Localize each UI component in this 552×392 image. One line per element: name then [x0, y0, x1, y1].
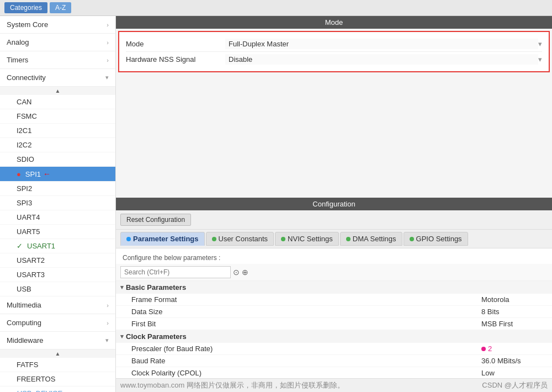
- chevron-down-icon: ▾: [105, 337, 109, 344]
- sidebar-item-can[interactable]: CAN: [0, 95, 115, 109]
- sidebar-item-usart3[interactable]: USART3: [0, 268, 115, 282]
- az-button[interactable]: A-Z: [50, 2, 71, 13]
- sidebar-item-sdio[interactable]: SDIO: [0, 152, 115, 167]
- sidebar-section-label: Timers: [7, 56, 28, 64]
- sidebar-item-i2c1[interactable]: I2C1: [0, 124, 115, 138]
- param-row-baud-rate: Baud Rate 36.0 MBits/s: [116, 355, 552, 367]
- main-layout: System Core › Analog › Timers › Connecti…: [0, 16, 552, 392]
- tab-parameter-settings[interactable]: Parameter Settings: [120, 232, 205, 246]
- chevron-right-icon: ›: [107, 57, 109, 63]
- top-bar: Categories A-Z: [0, 0, 552, 16]
- sidebar-item-i2c2[interactable]: I2C2: [0, 138, 115, 152]
- sidebar-item-usb[interactable]: USB: [0, 282, 115, 296]
- param-value: 8 Bits: [481, 308, 548, 316]
- nss-label: Hardware NSS Signal: [126, 55, 225, 63]
- chevron-down-icon: ▾: [105, 74, 109, 81]
- mode-header: Mode: [116, 16, 552, 29]
- nss-dropdown-btn[interactable]: ▾: [538, 55, 542, 63]
- param-content: Configure the below parameters : ⊙ ⊕ ▾ B…: [116, 248, 552, 378]
- mode-value: Full-Duplex Master: [225, 39, 538, 49]
- param-value-highlight: 2: [481, 345, 548, 353]
- highlight-dot-icon: [481, 347, 486, 351]
- mode-dropdown-btn[interactable]: ▾: [538, 40, 542, 48]
- chevron-right-icon: ›: [107, 39, 109, 46]
- scroll-up-btn-middleware[interactable]: ▲: [0, 349, 115, 358]
- sidebar-item-freertos[interactable]: FREERTOS: [0, 372, 115, 386]
- config-toolbar: Reset Configuration: [116, 210, 552, 230]
- search-options-button[interactable]: ⊕: [242, 268, 248, 277]
- tab-user-constants[interactable]: User Constants: [206, 232, 274, 246]
- sidebar-item-middleware[interactable]: Middleware ▾: [0, 332, 115, 349]
- config-header: Configuration: [116, 198, 552, 210]
- sidebar-item-multimedia[interactable]: Multimedia ›: [0, 296, 115, 314]
- param-row-cpol: Clock Polarity (CPOL) Low: [116, 367, 552, 378]
- arrow-red-icon: ←: [43, 169, 51, 178]
- sidebar-item-computing[interactable]: Computing ›: [0, 314, 115, 332]
- tab-label: NVIC Settings: [288, 235, 333, 243]
- basic-parameters-header[interactable]: ▾ Basic Parameters: [116, 281, 552, 294]
- sidebar-item-fatfs[interactable]: FATFS: [0, 358, 115, 372]
- sidebar-item-spi3[interactable]: SPI3: [0, 196, 115, 210]
- middleware-sub: ▲ FATFS FREERTOS USB_DEVICE: [0, 349, 115, 392]
- sidebar-section-label: Analog: [7, 38, 29, 46]
- mode-content: Mode Full-Duplex Master ▾ Hardware NSS S…: [118, 31, 550, 72]
- categories-button[interactable]: Categories: [4, 2, 47, 13]
- chevron-right-icon: ›: [107, 22, 109, 28]
- content-area: Mode Mode Full-Duplex Master ▾ Hardware …: [116, 16, 552, 392]
- param-name: Frame Format: [131, 295, 481, 304]
- sidebar-item-timers[interactable]: Timers ›: [0, 51, 115, 69]
- param-row-data-size: Data Size 8 Bits: [116, 306, 552, 318]
- tab-label: DMA Settings: [353, 235, 396, 243]
- param-value: 36.0 MBits/s: [481, 357, 548, 365]
- sidebar-item-analog[interactable]: Analog ›: [0, 34, 115, 51]
- tab-label: User Constants: [219, 235, 268, 243]
- search-clear-button[interactable]: ⊙: [233, 268, 240, 277]
- clock-parameters-header[interactable]: ▾ Clock Parameters: [116, 330, 552, 343]
- sidebar-item-spi1[interactable]: SPI1 ←: [0, 167, 115, 182]
- group-label: Basic Parameters: [126, 283, 186, 292]
- tab-dot-icon: [126, 237, 131, 241]
- tab-dot-icon: [212, 237, 216, 241]
- tab-dot-icon: [410, 237, 414, 241]
- nss-value: Disable: [225, 54, 538, 65]
- tab-dma-settings[interactable]: DMA Settings: [340, 232, 402, 246]
- sidebar-item-usart2[interactable]: USART2: [0, 253, 115, 268]
- collapse-icon: ▾: [120, 333, 124, 340]
- middle-space: [116, 75, 552, 198]
- tab-dot-icon: [281, 237, 285, 241]
- sidebar-item-uart4[interactable]: UART4: [0, 210, 115, 225]
- chevron-right-icon: ›: [107, 302, 109, 309]
- sidebar-section-label: Computing: [7, 319, 41, 327]
- sidebar-section-label: Connectivity: [7, 73, 46, 82]
- mode-label: Mode: [126, 40, 225, 48]
- param-row-prescaler: Prescaler (for Baud Rate) 2: [116, 343, 552, 355]
- sidebar-item-fsmc[interactable]: FSMC: [0, 109, 115, 124]
- search-input[interactable]: [120, 266, 231, 278]
- clock-parameters-group: ▾ Clock Parameters Prescaler (for Baud R…: [116, 330, 552, 378]
- sidebar-section-label: Middleware: [7, 336, 43, 345]
- collapse-icon: ▾: [120, 284, 124, 291]
- param-value: Motorola: [481, 295, 548, 304]
- sidebar-item-usart1[interactable]: USART1: [0, 239, 115, 253]
- sidebar-item-uart5[interactable]: UART5: [0, 225, 115, 239]
- tab-gpio-settings[interactable]: GPIO Settings: [404, 232, 468, 246]
- sidebar-item-spi2[interactable]: SPI2: [0, 182, 115, 196]
- basic-parameters-group: ▾ Basic Parameters Frame Format Motorola…: [116, 281, 552, 330]
- tab-label: GPIO Settings: [416, 235, 462, 243]
- chevron-right-icon: ›: [107, 320, 109, 326]
- param-name: Baud Rate: [131, 357, 481, 365]
- tab-nvic-settings[interactable]: NVIC Settings: [275, 232, 339, 246]
- mode-row-mode: Mode Full-Duplex Master ▾: [126, 36, 542, 52]
- sidebar-section-label: Multimedia: [7, 301, 41, 309]
- sidebar-item-connectivity[interactable]: Connectivity ▾: [0, 69, 115, 87]
- tabs-bar: Parameter Settings User Constants NVIC S…: [116, 230, 552, 248]
- footer: www.toymoban.com 网络图片仅做展示，非商用，如图片侵联系删除。 …: [116, 378, 552, 392]
- sidebar: System Core › Analog › Timers › Connecti…: [0, 16, 116, 392]
- sidebar-item-usb-device[interactable]: USB_DEVICE: [0, 386, 115, 392]
- reset-configuration-button[interactable]: Reset Configuration: [120, 214, 191, 226]
- param-name: Clock Polarity (CPOL): [131, 369, 481, 377]
- sidebar-item-system-core[interactable]: System Core ›: [0, 16, 115, 34]
- param-name: Data Size: [131, 308, 481, 316]
- scroll-up-btn[interactable]: ▲: [0, 87, 115, 95]
- tab-label: Parameter Settings: [133, 235, 199, 243]
